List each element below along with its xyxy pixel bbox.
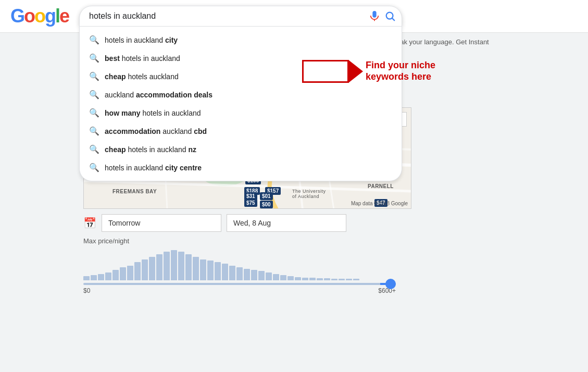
histogram-bar <box>244 269 250 280</box>
map-credit: Map data ©2018 Google <box>351 201 408 206</box>
histogram-bar <box>215 262 221 280</box>
annotation-arrow <box>302 60 363 83</box>
price-badge[interactable]: $00 <box>260 201 273 208</box>
histogram-bar <box>287 276 294 280</box>
search-small-icon: 🔍 <box>89 108 99 118</box>
histogram-bar <box>280 275 286 280</box>
search-small-icon: 🔍 <box>89 35 99 45</box>
histogram-bar <box>339 279 345 280</box>
search-container: 🔍 hotels in auckland city 🔍 best hotels … <box>79 6 402 27</box>
search-icon[interactable] <box>384 10 396 22</box>
histogram-bar <box>295 277 301 280</box>
histogram-bar <box>171 250 177 280</box>
histogram-bar <box>193 257 199 280</box>
search-small-icon: 🔍 <box>89 163 99 172</box>
histogram-bar <box>112 270 119 280</box>
histogram-bar <box>98 274 104 280</box>
histogram-bar <box>207 261 214 280</box>
histogram-bar <box>266 272 272 280</box>
histogram-bar <box>251 270 257 280</box>
list-item[interactable]: 🔍 hotels in auckland city centre <box>80 158 402 177</box>
slider-labels: $0 $600+ <box>83 287 396 294</box>
histogram-bar <box>309 278 316 280</box>
price-badge[interactable]: $75 <box>244 199 257 207</box>
max-price-label: Max price/night <box>83 237 505 245</box>
histogram-bar <box>164 252 170 280</box>
histogram-bar <box>258 271 265 280</box>
list-item[interactable]: 🔍 accommodation auckland cbd <box>80 122 402 140</box>
histogram-bar <box>142 259 148 280</box>
price-badge[interactable]: $01 <box>260 192 273 200</box>
price-slider-container: $0 $600+ <box>83 249 396 294</box>
search-small-icon: 🔍 <box>89 90 99 100</box>
slider-min-label: $0 <box>83 287 90 294</box>
autocomplete-dropdown: 🔍 hotels in auckland city 🔍 best hotels … <box>79 27 402 181</box>
search-icons <box>369 10 396 22</box>
map-label-university: The Universityof Auckland <box>292 189 326 199</box>
list-item[interactable]: 🔍 cheap hotels in auckland nz <box>80 140 402 158</box>
histogram-bar <box>302 278 308 280</box>
slider-track <box>83 283 396 285</box>
search-small-icon: 🔍 <box>89 126 99 136</box>
histogram-bar <box>200 259 206 280</box>
search-small-icon: 🔍 <box>89 144 99 154</box>
histogram-bar <box>324 278 330 280</box>
histogram-bar <box>346 279 352 280</box>
annotation-text: Find your niche keywords here <box>366 60 435 82</box>
histogram-bar <box>331 279 337 280</box>
histogram-bar <box>120 267 126 280</box>
histogram-bar <box>178 252 184 280</box>
histogram-bar <box>105 272 111 280</box>
price-badge[interactable]: $31 <box>244 192 257 200</box>
map-label-parnell: PARNELL <box>368 183 394 189</box>
histogram-bar <box>83 276 90 280</box>
search-small-icon: 🔍 <box>89 71 99 81</box>
list-item[interactable]: 🔍 hotels in auckland city <box>80 31 402 49</box>
histogram-bar <box>229 266 235 280</box>
top-bar: G o o g l e 🔍 hotels in auckland ci <box>0 0 588 33</box>
search-input[interactable] <box>79 6 402 27</box>
histogram-bar <box>185 254 192 280</box>
histogram-bar <box>273 274 279 280</box>
histogram-bar <box>222 264 228 280</box>
histogram-bar <box>149 257 155 280</box>
checkout-input[interactable] <box>227 214 346 232</box>
histogram-bar <box>353 279 359 280</box>
histogram-bar <box>134 262 141 280</box>
checkin-input[interactable] <box>102 214 221 232</box>
search-small-icon: 🔍 <box>89 53 99 63</box>
google-logo: G o o g l e <box>10 5 69 27</box>
annotation-container: Find your niche keywords here <box>302 60 435 83</box>
histogram <box>83 249 396 280</box>
calendar-icon: 📅 <box>83 217 96 229</box>
date-row: 📅 <box>83 214 505 232</box>
histogram-bar <box>317 278 323 280</box>
histogram-bar <box>127 266 133 280</box>
mic-icon[interactable] <box>369 10 380 22</box>
histogram-bar <box>156 254 162 280</box>
histogram-bar <box>91 275 97 280</box>
histogram-bar <box>236 267 243 280</box>
map-label-freemansbay: FREEMANS BAY <box>112 189 157 194</box>
list-item[interactable]: 🔍 auckland accommodation deals <box>80 85 402 104</box>
slider-thumb[interactable] <box>385 279 396 289</box>
list-item[interactable]: 🔍 how many hotels in auckland <box>80 104 402 122</box>
slider-line <box>83 283 396 285</box>
svg-line-1 <box>392 18 394 20</box>
